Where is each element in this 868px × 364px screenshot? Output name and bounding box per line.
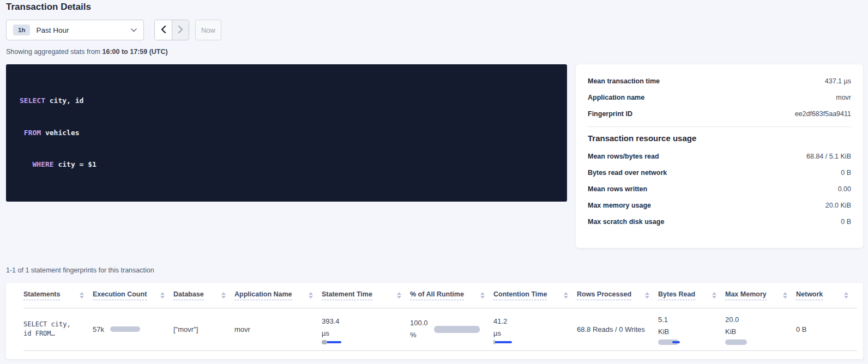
now-button[interactable]: Now (195, 20, 221, 40)
summary-row-fingerprint-id: Fingerprint ID ee2df683f5aa9411 (588, 106, 851, 122)
sort-icon[interactable] (564, 292, 568, 299)
statements-table-card: Statements Execution Count Database Appl… (6, 283, 863, 359)
cell-runtime-pct: 100.0 % (410, 308, 493, 350)
runtime-pct-bar (434, 326, 480, 333)
cell-database: ["movr"] (173, 308, 234, 350)
execution-count-bar (110, 326, 140, 332)
sort-icon[interactable] (480, 292, 485, 299)
time-range-label: Past Hour (36, 26, 131, 34)
column-header-runtime-pct[interactable]: % of All Runtime (410, 290, 493, 300)
cell-application-name: movr (234, 308, 322, 350)
statement-fingerprints-count: 1-1 of 1 statement fingerprints for this… (6, 266, 154, 274)
sort-icon[interactable] (80, 292, 84, 299)
contention-time-bar (493, 341, 512, 343)
time-range-badge: 1h (13, 25, 30, 35)
transaction-details-page: Transaction Details 1h Past Hour Now Sho… (0, 0, 868, 364)
cell-execution-count: 57k (93, 308, 173, 350)
summary-row-application-name: Application name movr (588, 89, 851, 106)
time-nav-group (154, 20, 189, 40)
statement-time-bar (322, 341, 341, 343)
column-header-statements[interactable]: Statements (23, 290, 93, 300)
max-memory-bar (725, 339, 747, 345)
summary-row-max-scratch-disk-usage: Max scratch disk usage 0 B (588, 214, 851, 230)
page-title: Transaction Details (6, 2, 91, 13)
aggregated-stats-range: Showing aggregated stats from 16:00 to 1… (6, 48, 168, 56)
sort-icon[interactable] (783, 292, 787, 299)
statement-row: SELECT city, id FROM… 57k ["movr"] movr … (23, 308, 857, 350)
chevron-down-icon (131, 28, 137, 32)
sort-icon[interactable] (397, 292, 401, 299)
column-header-database[interactable]: Database (173, 290, 234, 300)
statement-fingerprint-link[interactable]: SELECT city, id FROM… (23, 308, 93, 350)
next-time-button[interactable] (172, 20, 189, 40)
column-header-application-name[interactable]: Application Name (234, 290, 322, 300)
summary-row-max-memory-usage: Max memory usage 20.0 KiB (588, 197, 851, 214)
sort-icon[interactable] (160, 292, 165, 299)
column-header-statement-time[interactable]: Statement Time (322, 290, 410, 300)
sort-icon[interactable] (844, 292, 848, 299)
sort-icon[interactable] (221, 292, 226, 299)
table-header-row: Statements Execution Count Database Appl… (23, 283, 857, 308)
stddev-marker (672, 341, 680, 343)
stats-range-prefix: Showing aggregated stats from (6, 48, 103, 56)
sql-line: WHERE city = $1 (20, 159, 553, 170)
sql-statement-box: SELECT city, id FROM vehicles WHERE city… (6, 64, 567, 202)
column-header-execution-count[interactable]: Execution Count (93, 290, 173, 300)
resource-usage-heading: Transaction resource usage (588, 134, 851, 143)
chevron-right-icon (178, 26, 183, 35)
cell-network: 0 B (796, 308, 857, 350)
cell-rows-processed: 68.8 Reads / 0 Writes (577, 308, 658, 350)
summary-row-mean-transaction-time: Mean transaction time 437.1 µs (588, 73, 851, 89)
sql-line: FROM vehicles (20, 128, 553, 138)
column-header-network[interactable]: Network (796, 290, 857, 300)
chevron-left-icon (161, 26, 166, 35)
column-header-contention-time[interactable]: Contention Time (493, 290, 577, 300)
stats-range-value: 16:00 to 17:59 (UTC) (103, 48, 168, 56)
summary-divider (588, 126, 851, 127)
sql-line: SELECT city, id (20, 95, 553, 106)
cell-contention-time: 41.2 µs (493, 308, 577, 350)
cell-statement-time: 393.4 µs (322, 308, 410, 350)
sort-icon[interactable] (712, 292, 716, 299)
cell-max-memory: 20.0 KiB (725, 308, 796, 350)
prev-time-button[interactable] (155, 20, 172, 40)
summary-row-mean-rows-bytes-read: Mean rows/bytes read 68.84 / 5.1 KiB (588, 148, 851, 165)
statements-table: Statements Execution Count Database Appl… (23, 283, 857, 351)
sort-icon[interactable] (309, 292, 313, 299)
transaction-summary-card: Mean transaction time 437.1 µs Applicati… (576, 64, 863, 248)
column-header-max-memory[interactable]: Max Memory (725, 290, 796, 300)
column-header-bytes-read[interactable]: Bytes Read (658, 290, 725, 300)
stddev-marker (493, 340, 495, 344)
summary-row-mean-rows-written: Mean rows written 0.00 (588, 181, 851, 197)
cell-bytes-read: 5.1 KiB (658, 308, 725, 350)
bytes-read-bar (658, 339, 679, 345)
time-range-dropdown[interactable]: 1h Past Hour (6, 20, 144, 40)
column-header-rows-processed[interactable]: Rows Processed (577, 290, 658, 300)
summary-row-bytes-read-over-network: Bytes read over network 0 B (588, 165, 851, 181)
sql-query-text: SELECT city, id FROM vehicles WHERE city… (20, 74, 553, 191)
stddev-marker (322, 340, 327, 344)
sort-icon[interactable] (645, 292, 649, 299)
